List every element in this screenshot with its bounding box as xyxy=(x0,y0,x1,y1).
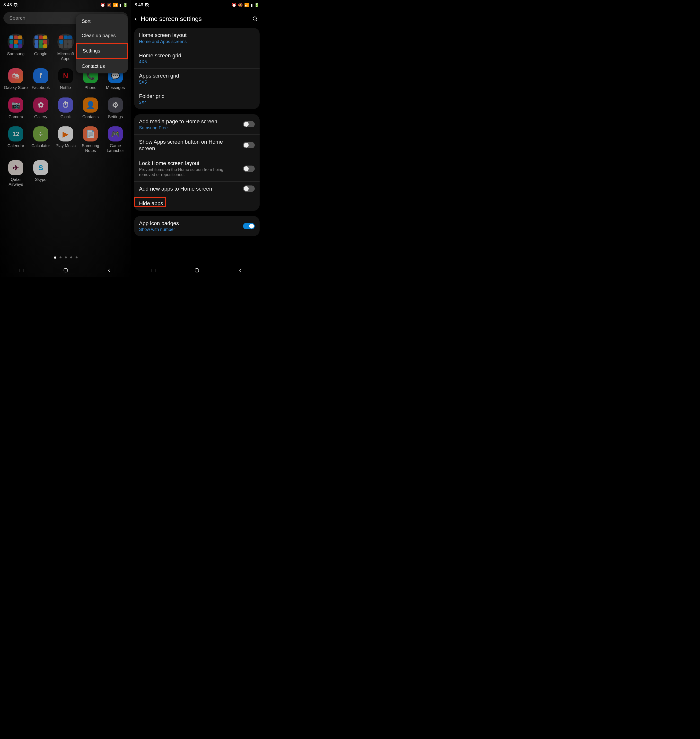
page-indicator xyxy=(0,256,131,259)
page-title: Home screen settings xyxy=(141,15,249,23)
row-subtitle: 5X5 xyxy=(139,80,255,85)
app-label: Phone xyxy=(85,85,97,90)
app-label: Calendar xyxy=(7,143,24,148)
app-label: Google xyxy=(34,52,47,56)
app-icon: 📄 xyxy=(83,127,98,141)
toggle[interactable] xyxy=(243,166,255,172)
app-clock[interactable]: ⏱Clock xyxy=(53,97,78,119)
page-dot[interactable] xyxy=(76,256,78,258)
toggle[interactable] xyxy=(243,142,255,148)
row-subtitle: Samsung Free xyxy=(139,125,240,131)
app-icon: 🛍 xyxy=(8,68,24,83)
app-gallery[interactable]: ✿Gallery xyxy=(28,97,53,119)
app-samsung[interactable]: Samsung xyxy=(3,34,28,61)
app-camera[interactable]: 📷Camera xyxy=(3,97,28,119)
back-icon[interactable]: ‹ xyxy=(135,15,137,23)
row-subtitle: 4X5 xyxy=(139,59,255,65)
app-game-launcher[interactable]: 🎮Game Launcher xyxy=(103,127,128,153)
row-subtitle: Home and Apps screens xyxy=(139,39,255,44)
app-icon: ⏱ xyxy=(58,97,73,113)
recents-button[interactable] xyxy=(150,268,156,273)
page-dot[interactable] xyxy=(54,256,56,259)
setting-app-icon-badges[interactable]: App icon badgesShow with number xyxy=(134,216,260,236)
gallery-status-icon: 🖼 xyxy=(13,3,18,7)
app-icon: 📷 xyxy=(8,97,24,113)
app-facebook[interactable]: fFacebook xyxy=(28,68,53,90)
status-time: 8:46 xyxy=(135,3,143,7)
nav-bar xyxy=(131,264,263,277)
app-netflix[interactable]: NNetflix xyxy=(53,68,78,90)
status-bar: 8:45 🖼 ⏰ 🔕 📶 ▮ 🔋 xyxy=(0,0,131,10)
battery-icon: 🔋 xyxy=(123,3,128,7)
app-label: Samsung Notes xyxy=(78,143,103,153)
recents-button[interactable] xyxy=(19,268,25,273)
gallery-status-icon: 🖼 xyxy=(145,3,149,7)
setting-apps-screen-grid[interactable]: Apps screen grid5X5 xyxy=(134,69,260,89)
home-settings-screen: 8:46 🖼 ⏰ 🔕 📶 ▮ 🔋 ‹ Home screen settings … xyxy=(131,0,263,277)
setting-add-media-page-to-home-screen[interactable]: Add media page to Home screenSamsung Fre… xyxy=(134,114,260,135)
menu-item-settings[interactable]: Settings xyxy=(76,43,128,59)
app-calendar[interactable]: 12Calendar xyxy=(3,127,28,153)
setting-hide-apps[interactable]: Hide apps xyxy=(134,196,260,211)
app-settings[interactable]: ⚙Settings xyxy=(103,97,128,119)
page-dot[interactable] xyxy=(60,256,62,258)
app-qatar-airways[interactable]: ✈Qatar Airways xyxy=(3,160,28,187)
svg-point-4 xyxy=(253,17,256,20)
app-icon: 12 xyxy=(8,127,24,141)
setting-home-screen-grid[interactable]: Home screen grid4X5 xyxy=(134,49,260,69)
page-dot[interactable] xyxy=(70,256,72,258)
page-dot[interactable] xyxy=(65,256,67,258)
setting-home-screen-layout[interactable]: Home screen layoutHome and Apps screens xyxy=(134,28,260,49)
app-label: Messages xyxy=(106,85,125,90)
folder-icon xyxy=(7,34,24,50)
menu-item-clean-up-pages[interactable]: Clean up pages xyxy=(76,28,128,43)
search-icon[interactable] xyxy=(252,16,258,22)
row-title: Apps screen grid xyxy=(139,72,255,79)
app-icon: ⚙ xyxy=(108,97,123,113)
toggle[interactable] xyxy=(243,223,255,229)
setting-add-new-apps-to-home-screen[interactable]: Add new apps to Home screen xyxy=(134,182,260,196)
toggle[interactable] xyxy=(243,185,255,192)
alarm-icon: ⏰ xyxy=(232,3,237,7)
home-button[interactable] xyxy=(63,268,68,273)
mute-icon: 🔕 xyxy=(238,3,243,7)
home-button[interactable] xyxy=(194,268,200,273)
app-calculator[interactable]: ÷Calculator xyxy=(28,127,53,153)
row-subtitle: 3X4 xyxy=(139,100,255,105)
app-play-music[interactable]: ▶Play Music xyxy=(53,127,78,153)
row-title: Home screen layout xyxy=(139,32,255,39)
signal-icon: ▮ xyxy=(119,3,122,7)
svg-rect-3 xyxy=(64,269,68,272)
app-contacts[interactable]: 👤Contacts xyxy=(78,97,103,119)
signal-icon: ▮ xyxy=(251,3,253,7)
app-label: Clock xyxy=(60,115,71,119)
back-button[interactable] xyxy=(238,268,243,273)
app-label: Samsung xyxy=(7,52,25,56)
app-label: Calculator xyxy=(31,143,50,148)
app-skype[interactable]: SSkype xyxy=(28,160,53,187)
svg-line-5 xyxy=(256,20,257,21)
app-label: Contacts xyxy=(82,115,99,119)
menu-item-contact-us[interactable]: Contact us xyxy=(76,59,128,74)
app-google[interactable]: Google xyxy=(28,34,53,61)
status-time: 8:45 xyxy=(3,3,12,7)
app-galaxy-store[interactable]: 🛍Galaxy Store xyxy=(3,68,28,90)
menu-item-sort[interactable]: Sort xyxy=(76,14,128,28)
app-microsoft-apps[interactable]: Microsoft Apps xyxy=(53,34,78,61)
app-label: Facebook xyxy=(32,85,50,90)
overflow-menu: SortClean up pagesSettingsContact us xyxy=(76,14,128,74)
row-title: Hide apps xyxy=(139,200,255,207)
battery-icon: 🔋 xyxy=(254,3,259,7)
setting-show-apps-screen-button-on-home-screen[interactable]: Show Apps screen button on Home screen xyxy=(134,135,260,156)
app-icon: 👤 xyxy=(83,97,98,113)
back-button[interactable] xyxy=(107,268,112,273)
app-icon: S xyxy=(33,160,49,175)
folder-icon xyxy=(57,34,74,50)
settings-header: ‹ Home screen settings xyxy=(131,10,263,28)
app-icon: ▶ xyxy=(58,127,73,141)
app-samsung-notes[interactable]: 📄Samsung Notes xyxy=(78,127,103,153)
setting-lock-home-screen-layout[interactable]: Lock Home screen layoutPrevent items on … xyxy=(134,156,260,182)
setting-folder-grid[interactable]: Folder grid3X4 xyxy=(134,89,260,109)
toggle[interactable] xyxy=(243,121,255,127)
app-label: Skype xyxy=(35,177,46,182)
